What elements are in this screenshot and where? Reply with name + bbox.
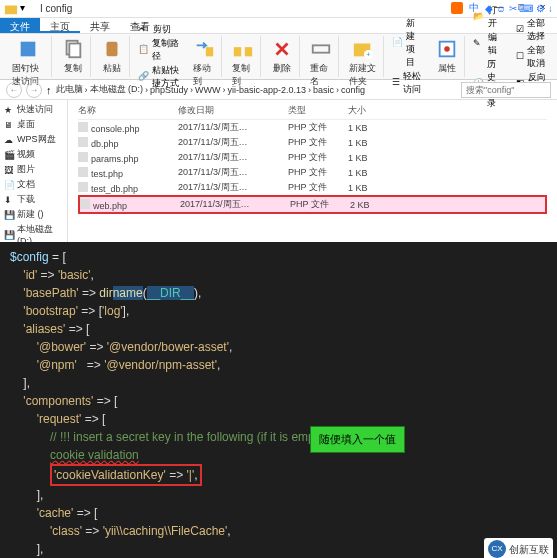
selall-icon: ☑ [516,24,524,36]
logo-icon: CX [488,540,506,558]
breadcrumb[interactable]: 此电脑 › 本地磁盘 (D:) › phpStudy › WWW › yii-b… [56,83,458,96]
sidebar-item-video[interactable]: 🎬视频 [0,147,67,162]
disk-icon: 💾 [4,230,14,240]
sidebar-item-quick[interactable]: ★快速访问 [0,102,67,117]
ime-mode[interactable]: 中 [469,1,479,15]
paste-icon [101,38,123,60]
table-row[interactable]: db.php2017/11/3/周五…PHP 文件1 KB [78,135,547,150]
svg-rect-3 [69,44,80,58]
annotation-callout: 随便填入一个值 [310,426,405,453]
watermark: CX创新互联 [484,538,553,558]
file-icon [78,167,88,177]
svg-rect-5 [206,47,213,56]
copyto-icon [232,38,254,60]
sidebar-item-pictures[interactable]: 🖼图片 [0,162,67,177]
path-seg[interactable]: 此电脑 [56,83,83,96]
code-pane: $config = [ 'id' => 'basic', 'basePath' … [0,242,557,558]
delete-label: 删除 [273,62,291,75]
moveto-icon [193,38,215,60]
link-icon: 🔗 [138,71,149,83]
edit-icon: ✎ [473,38,484,50]
forward-button[interactable]: → [26,82,42,98]
selectall[interactable]: ☑全部选择 [516,17,547,43]
paste-group[interactable]: 粘贴 [95,36,130,77]
paste-label: 粘贴 [103,62,121,75]
selnone-icon: ☐ [516,51,524,63]
video-icon: 🎬 [4,150,14,160]
copypath-item[interactable]: 📋复制路径 [138,37,180,63]
list-header[interactable]: 名称 修改日期 类型 大小 [78,102,547,120]
col-name[interactable]: 名称 [78,104,178,117]
copy-group[interactable]: 复制 [56,36,91,77]
back-button[interactable]: ← [6,82,22,98]
picture-icon: 🖼 [4,165,14,175]
path-seg[interactable]: phpStudy [150,85,188,95]
svg-rect-4 [106,42,117,57]
table-row[interactable]: test_db.php2017/11/3/周五…PHP 文件1 KB [78,180,547,195]
table-row[interactable]: web.php2017/11/3/周五…PHP 文件2 KB [78,195,547,214]
ime-icons[interactable]: ◆ ☺ ✂ ⌨ ⚙ ↓ [485,3,553,14]
moveto-group[interactable]: 移动到 [187,36,222,77]
props-group[interactable]: 属性 [430,36,465,77]
newfolder-icon: + [352,38,374,60]
sidebar-item-desktop[interactable]: 🖥桌面 [0,117,67,132]
col-date[interactable]: 修改日期 [178,104,288,117]
file-icon [78,152,88,162]
ime-bar: 中 ◆ ☺ ✂ ⌨ ⚙ ↓ [451,1,553,15]
svg-rect-0 [5,5,17,14]
code-highlight: 'cookieValidationKey' => '|', [50,464,202,486]
rename-group[interactable]: 重命名 [304,36,339,77]
disk-icon: 💾 [4,210,14,220]
selectnone[interactable]: ☐全部取消 [516,44,547,70]
tab-share[interactable]: 共享 [80,18,120,33]
sidebar-item-downloads[interactable]: ⬇下载 [0,192,67,207]
newitem[interactable]: 📄新建项目 [392,17,423,69]
path-icon: 📋 [138,44,149,56]
tab-home[interactable]: 主页 [40,18,80,33]
ime-icon[interactable] [451,2,463,14]
cut-item[interactable]: ✂剪切 [138,23,180,36]
file-icon [78,182,88,192]
copy-label: 复制 [64,62,82,75]
col-type[interactable]: 类型 [288,104,348,117]
down-icon[interactable]: ▾ [20,2,34,16]
sidebar-item-new[interactable]: 💾新建 () [0,207,67,222]
col-size[interactable]: 大小 [348,104,398,117]
delete-group[interactable]: 删除 [265,36,300,77]
path-seg[interactable]: yii-basic-app-2.0.13 [228,85,307,95]
sidebar-item-wps[interactable]: ☁WPS网盘 [0,132,67,147]
edit-item[interactable]: ✎编辑 [473,31,504,57]
svg-rect-8 [313,45,330,52]
newfolder-group[interactable]: +新建文件夹 [343,36,383,77]
props-icon [436,38,458,60]
pin-icon [17,38,39,60]
code-content[interactable]: $config = [ 'id' => 'basic', 'basePath' … [10,248,547,558]
doc-icon: 📄 [4,180,14,190]
svg-text:+: + [366,50,370,59]
window-title: I config [40,3,72,14]
file-list: 名称 修改日期 类型 大小 console.php2017/11/3/周五…PH… [68,100,557,242]
ribbon: 固钉快速访问 复制 粘贴 ✂剪切 📋复制路径 🔗粘贴快捷方式 移动到 复制到 删… [0,34,557,80]
table-row[interactable]: console.php2017/11/3/周五…PHP 文件1 KB [78,120,547,135]
table-row[interactable]: params.php2017/11/3/周五…PHP 文件1 KB [78,150,547,165]
copyto-group[interactable]: 复制到 [226,36,261,77]
path-seg[interactable]: WWW [195,85,220,95]
delete-icon [271,38,293,60]
table-row[interactable]: test.php2017/11/3/周五…PHP 文件1 KB [78,165,547,180]
path-seg[interactable]: basic [313,85,334,95]
clip-small: ✂剪切 📋复制路径 🔗粘贴快捷方式 [134,21,184,92]
up-button[interactable]: ↑ [46,84,52,96]
copy-icon [62,38,84,60]
pin-group[interactable]: 固钉快速访问 [6,36,52,77]
file-menu[interactable]: 文件 [0,18,40,33]
path-seg[interactable]: config [341,85,365,95]
download-icon: ⬇ [4,195,14,205]
svg-point-13 [445,46,451,52]
file-icon [80,199,90,209]
newitem-icon: 📄 [392,37,403,49]
desktop-icon: 🖥 [4,120,14,130]
search-input[interactable] [461,82,551,98]
props-label: 属性 [438,62,456,75]
sidebar-item-docs[interactable]: 📄文档 [0,177,67,192]
path-seg[interactable]: 本地磁盘 (D:) [90,83,144,96]
